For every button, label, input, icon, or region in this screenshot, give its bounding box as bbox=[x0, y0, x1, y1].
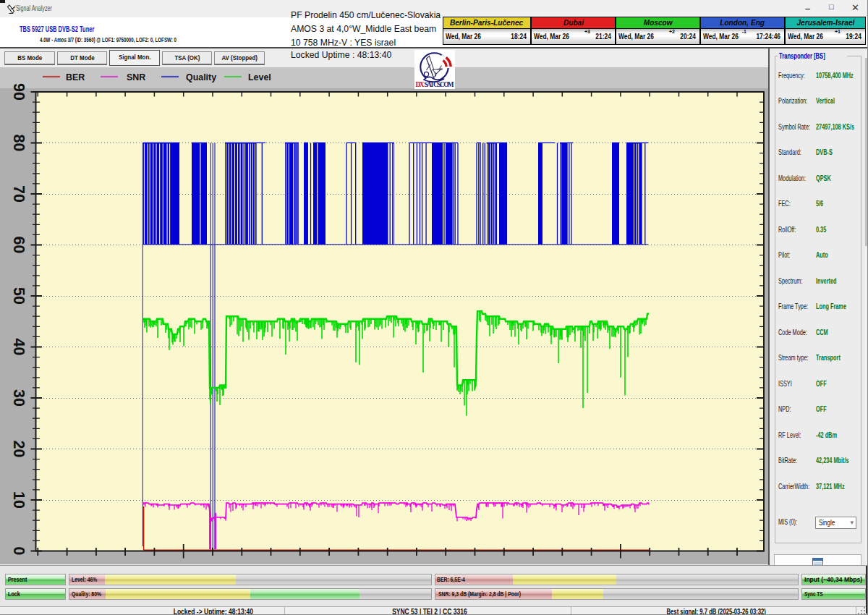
svg-text:DX: DX bbox=[416, 81, 425, 88]
svg-text:Quality: Quality bbox=[186, 72, 217, 83]
svg-text:40: 40 bbox=[10, 339, 27, 356]
svg-text:70: 70 bbox=[10, 185, 27, 203]
svg-text:80: 80 bbox=[10, 135, 27, 152]
svg-text:0: 0 bbox=[10, 547, 27, 556]
svg-text:60: 60 bbox=[10, 237, 27, 254]
svg-text:20: 20 bbox=[10, 441, 27, 458]
svg-text:30: 30 bbox=[10, 389, 27, 407]
svg-text:90: 90 bbox=[10, 83, 27, 101]
svg-text:SNR: SNR bbox=[127, 72, 146, 83]
svg-text:50: 50 bbox=[10, 287, 27, 305]
svg-text:Level: Level bbox=[248, 72, 271, 83]
svg-text:SATCS.COM: SATCS.COM bbox=[425, 81, 454, 88]
svg-text:10: 10 bbox=[10, 491, 27, 509]
svg-text:BER: BER bbox=[66, 72, 85, 83]
